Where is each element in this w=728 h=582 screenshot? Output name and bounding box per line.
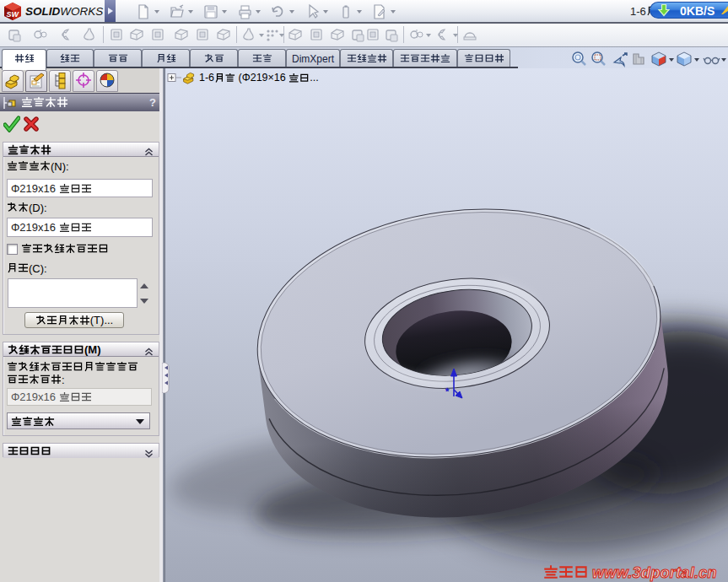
- svg-text:SW: SW: [7, 10, 20, 19]
- svg-text:*: *: [445, 386, 450, 396]
- svg-text:www.3dportal.cn: www.3dportal.cn: [592, 564, 717, 581]
